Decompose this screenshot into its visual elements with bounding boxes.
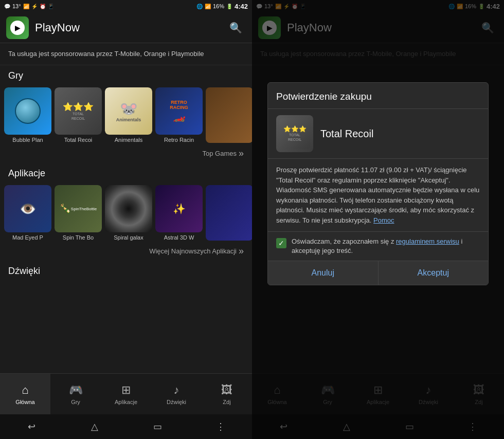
music-icon: ♪ [174,383,179,397]
menu-button[interactable]: ⋮ [210,416,231,437]
app-thumb-mad-eyed: 👁️ [4,185,51,232]
home-icon: ⌂ [22,383,28,397]
app-item-spin-bottle[interactable]: 🍾 SpinTheBottle Spin The Bo [55,185,102,241]
system-nav-left: ↩ △ ▭ ⋮ [0,414,252,439]
apps-see-more-arrow: » [239,246,244,257]
search-button[interactable]: 🔍 [225,17,246,38]
modal-product-row: ⭐⭐⭐ TOTALRECOIL Total Recoil [268,109,488,159]
nav-item-apps[interactable]: ⊞ Aplikacje [101,374,151,414]
apps-section-title: Aplikacje [0,163,252,182]
recents-button[interactable]: ▭ [147,416,168,437]
clock: 4:42 [235,3,248,10]
app-thumb-astral2 [206,185,252,241]
battery-pct: 16% [213,3,224,9]
nav-label-apps: Aplikacje [115,399,137,405]
game-thumb-crush [206,87,252,143]
left-panel: 💬 13° 📶 ⚡ ⏰ 📱 🌐 📶 16% 🔋 4:42 ▶ PlayNow 🔍… [0,0,252,439]
status-bar: 💬 13° 📶 ⚡ ⏰ 📱 🌐 📶 16% 🔋 4:42 [0,0,252,12]
modal-checkbox-text: Oświadczam, że zapoznałem się z regulami… [292,237,480,255]
gamepad-icon: 🎮 [69,383,83,397]
accept-button[interactable]: Akceptuj [379,261,489,285]
game-thumb-retro-racing: RetroRacing 🏎️ [155,87,203,135]
nav-label-games: Gry [71,399,80,405]
main-content: Ta usługa jest sponsorowana przez T-Mobi… [0,43,252,373]
app-item-spiral[interactable]: Spiral galax [105,185,152,241]
alarm-icon: ⏰ [40,4,46,9]
game-item-bubble-planet[interactable]: Bubble Plan [4,87,51,143]
game-item-animentals[interactable]: 🐭 Animentals Animentals [105,87,152,143]
modal-reg-link[interactable]: regulaminem serwisu [396,237,459,245]
game-label-3: Retro Racin [155,137,203,143]
photo-icon: 🖼 [221,383,232,397]
games-see-more-arrow: » [239,148,244,159]
status-left: 💬 13° 📶 ⚡ ⏰ 📱 [4,3,54,9]
game-item-retro-racing[interactable]: RetroRacing 🏎️ Retro Racin [155,87,203,143]
modal-product-name: Total Recoil [320,128,373,140]
nav-item-home[interactable]: ⌂ Główna [0,374,50,414]
signal-icon: 📶 [205,4,211,9]
game-label-0: Bubble Plan [4,137,51,143]
nav-label-photos: Zdj [223,399,230,405]
games-row: Bubble Plan ⭐⭐⭐ TOTALRECOIL Total Recoi … [0,84,252,146]
app-item-mad-eyed[interactable]: 👁️ Mad Eyed P [4,185,51,241]
back-button[interactable]: ↩ [21,416,42,437]
app-item-astral-3d[interactable]: ✨ Astral 3D W [155,185,203,241]
app-title: PlayNow [35,21,225,34]
usb-icon: ⚡ [31,4,38,9]
modal-title: Potwierdzenie zakupu [268,83,488,109]
apps-see-more-text: Więcej Najnowszych Aplikacji [149,247,237,255]
app-label-3: Astral 3D W [155,234,203,241]
game-label-4: Crush [206,145,252,146]
rss-icon: 📶 [23,4,29,9]
modal-overlay: Potwierdzenie zakupu ⭐⭐⭐ TOTALRECOIL Tot… [252,0,504,439]
app-thumb-astral-3d: ✨ [155,185,203,232]
cancel-button[interactable]: Anuluj [268,261,379,285]
play-icon: ▶ [10,21,25,35]
app-logo: ▶ [6,16,29,39]
modal-checkbox[interactable]: ✓ [276,238,286,248]
wifi-icon: 🌐 [196,4,203,9]
app-thumb-spiral [105,185,152,232]
app-thumb-spin-bottle: 🍾 SpinTheBottle [55,185,102,232]
battery-icon: 🔋 [226,4,232,9]
right-panel: 💬 13° 📶 ⚡ ⏰ 📱 🌐 📶 16% 🔋 4:42 ▶ PlayNow 🔍… [252,0,504,439]
app-label-4: Astra [206,243,252,244]
modal-buttons: Anuluj Akceptuj [268,261,488,285]
game-thumb-total-recoil: ⭐⭐⭐ TOTALRECOIL [55,87,102,135]
game-thumb-bubble-planet [4,87,51,135]
modal-help-link[interactable]: Pomoc [373,216,394,224]
modal-checkbox-row: ✓ Oświadczam, że zapoznałem się z regula… [268,232,488,261]
app-label-0: Mad Eyed P [4,234,51,241]
game-label-2: Animentals [105,137,152,143]
games-see-more-text: Top Games [203,150,237,157]
modal-body-text: Proszę potwierdzić płatność 11.07 zł (9.… [268,159,488,232]
game-label-1: Total Recoi [55,137,102,143]
nav-item-games[interactable]: 🎮 Gry [50,374,101,414]
bottom-nav: ⌂ Główna 🎮 Gry ⊞ Aplikacje ♪ Dźwięki 🖼 Z… [0,373,252,414]
sponsor-text: Ta usługa jest sponsorowana przez T-Mobi… [0,43,252,65]
home-button[interactable]: △ [84,416,105,437]
app-item-astral2[interactable]: Astra [206,185,252,241]
app-header: ▶ PlayNow 🔍 [0,12,252,43]
app-label-2: Spiral galax [105,234,152,241]
app-label-1: Spin The Bo [55,234,102,241]
sounds-section-title: Dźwięki [0,261,252,280]
nav-label-sounds: Dźwięki [167,399,186,405]
purchase-modal: Potwierdzenie zakupu ⭐⭐⭐ TOTALRECOIL Tot… [267,82,489,285]
game-item-crush[interactable]: Crush [206,87,252,143]
nav-item-photos[interactable]: 🖼 Zdj [202,374,252,414]
apps-icon: ⊞ [121,383,131,397]
games-section-title: Gry [0,65,252,84]
nav-label-home: Główna [15,399,34,405]
status-right: 🌐 📶 16% 🔋 4:42 [196,3,248,10]
game-thumb-animentals: 🐭 Animentals [105,87,152,135]
phone-icon: 📱 [48,4,54,9]
apps-see-more-row[interactable]: Więcej Najnowszych Aplikacji » [0,244,252,261]
temperature: 13° [12,3,21,9]
games-see-more-row[interactable]: Top Games » [0,146,252,163]
apps-row: 👁️ Mad Eyed P 🍾 SpinTheBottle Spin The B… [0,182,252,244]
nav-item-sounds[interactable]: ♪ Dźwięki [151,374,202,414]
modal-product-thumb: ⭐⭐⭐ TOTALRECOIL [276,115,313,152]
temp-icon: 💬 [4,4,10,9]
game-item-total-recoil[interactable]: ⭐⭐⭐ TOTALRECOIL Total Recoi [55,87,102,143]
